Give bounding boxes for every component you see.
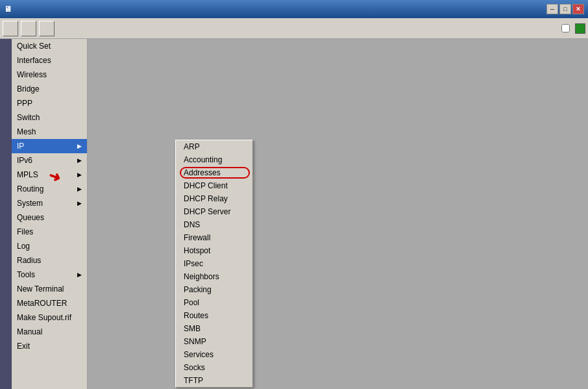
dropdown-item-smb[interactable]: SMB	[176, 322, 252, 335]
maximize-button[interactable]: □	[559, 4, 571, 14]
submenu-arrow-icon: ▶	[77, 143, 82, 149]
dropdown-item-dhcp-relay[interactable]: DHCP Relay	[176, 192, 252, 205]
sidebar-item-tools[interactable]: Tools▶	[12, 268, 87, 282]
submenu-arrow-icon: ▶	[77, 271, 82, 278]
dropdown-item-snmp[interactable]: SNMP	[176, 335, 252, 348]
sidebar-item-label: Bridge	[17, 84, 40, 94]
sidebar-item-metarouter[interactable]: MetaROUTER	[12, 296, 87, 310]
dropdown-item-addresses[interactable]: Addresses	[176, 166, 252, 179]
sidebar-item-label: Quick Set	[17, 42, 51, 51]
dropdown-item-label: Routes	[184, 311, 208, 320]
sidebar-item-label: Radius	[17, 256, 41, 265]
sidebar-item-switch[interactable]: Switch	[12, 110, 87, 125]
sidebar-item-manual[interactable]: Manual	[12, 325, 87, 339]
sidebar-item-make-supout.rif[interactable]: Make Supout.rif	[12, 310, 87, 325]
dropdown-item-arp[interactable]: ARP	[176, 140, 252, 153]
dropdown-item-hotspot[interactable]: Hotspot	[176, 244, 252, 257]
hide-passwords-checkbox[interactable]	[561, 24, 570, 32]
sidebar-item-queues[interactable]: Queues	[12, 210, 87, 225]
minimize-button[interactable]: ─	[546, 4, 558, 14]
sidebar-item-exit[interactable]: Exit	[12, 339, 87, 353]
forward-button[interactable]	[21, 21, 36, 36]
sidebar-items: Quick SetInterfacesWirelessBridgePPPSwit…	[12, 39, 87, 353]
sidebar-item-label: Manual	[17, 327, 42, 336]
dropdown-item-label: Services	[184, 350, 214, 359]
dropdown-item-label: TFTP	[184, 376, 203, 385]
sidebar-item-label: PPP	[17, 99, 32, 108]
sidebar-item-interfaces[interactable]: Interfaces	[12, 53, 87, 68]
sidebar-item-mesh[interactable]: Mesh	[12, 125, 87, 139]
sidebar-item-ppp[interactable]: PPP	[12, 96, 87, 110]
safe-mode-button[interactable]	[39, 21, 55, 36]
sidebar-item-system[interactable]: System▶	[12, 196, 87, 210]
dropdown-item-neighbors[interactable]: Neighbors	[176, 270, 252, 283]
submenu-arrow-icon: ▶	[77, 186, 82, 192]
dropdown-item-dhcp-client[interactable]: DHCP Client	[176, 179, 252, 192]
dropdown-item-label: Firewall	[184, 233, 210, 242]
dropdown-item-label: DHCP Server	[184, 207, 230, 216]
sidebar-item-label: IPv6	[17, 156, 32, 165]
dropdown-item-label: SMB	[184, 324, 201, 333]
close-button[interactable]: ✕	[572, 4, 584, 14]
dropdown-item-label: DNS	[184, 220, 200, 229]
dropdown-item-routes[interactable]: Routes	[176, 309, 252, 322]
dropdown-item-pool[interactable]: Pool	[176, 296, 252, 309]
dropdown-item-dns[interactable]: DNS	[176, 218, 252, 231]
dropdown-item-label: DHCP Client	[184, 181, 228, 190]
content-area: ARPAccountingAddressesDHCP ClientDHCP Re…	[88, 39, 588, 389]
sidebar-item-label: MetaROUTER	[17, 299, 67, 308]
hide-passwords-area	[561, 23, 585, 34]
dropdown-item-label: ARP	[184, 142, 200, 151]
submenu-arrow-icon: ▶	[77, 157, 82, 164]
sidebar-item-label: Exit	[17, 342, 30, 351]
dropdown-item-label: Accounting	[184, 155, 222, 164]
sidebar-item-radius[interactable]: Radius	[12, 253, 87, 268]
dropdown-item-firewall[interactable]: Firewall	[176, 231, 252, 244]
sidebar-item-label: Wireless	[17, 70, 47, 79]
app-icon: 🖥	[4, 5, 12, 14]
sidebar-item-label: Switch	[17, 113, 40, 122]
dropdown-item-services[interactable]: Services	[176, 348, 252, 361]
lock-icon	[575, 23, 585, 34]
dropdown-item-label: Neighbors	[184, 272, 219, 281]
sidebar-item-label: Queues	[17, 213, 44, 222]
sidebar-item-ip[interactable]: IP▶	[12, 139, 87, 153]
sidebar-item-label: New Terminal	[17, 284, 64, 294]
dropdown-item-dhcp-server[interactable]: DHCP Server	[176, 205, 252, 218]
ip-dropdown-menu: ARPAccountingAddressesDHCP ClientDHCP Re…	[175, 140, 253, 388]
sidebar: Quick SetInterfacesWirelessBridgePPPSwit…	[0, 39, 88, 389]
sidebar-item-label: Make Supout.rif	[17, 313, 71, 322]
sidebar-item-label: Interfaces	[17, 56, 51, 65]
back-button[interactable]	[3, 21, 18, 36]
sidebar-item-label: Files	[17, 227, 33, 236]
sidebar-item-label: Routing	[17, 184, 43, 194]
sidebar-item-files[interactable]: Files	[12, 225, 87, 239]
dropdown-item-label: SNMP	[184, 337, 206, 346]
dropdown-item-socks[interactable]: Socks	[176, 361, 252, 374]
submenu-arrow-icon: ▶	[77, 171, 82, 178]
sidebar-item-label: IP	[17, 142, 24, 151]
sidebar-item-ipv6[interactable]: IPv6▶	[12, 153, 87, 168]
sidebar-item-label: System	[17, 199, 43, 208]
main-area: Quick SetInterfacesWirelessBridgePPPSwit…	[0, 39, 588, 389]
dropdown-item-tftp[interactable]: TFTP	[176, 374, 252, 387]
submenu-arrow-icon: ▶	[77, 200, 82, 207]
sidebar-vertical-label	[0, 39, 12, 389]
sidebar-item-quick-set[interactable]: Quick Set	[12, 39, 87, 53]
window-controls: ─ □ ✕	[546, 4, 584, 14]
dropdown-item-packing[interactable]: Packing	[176, 283, 252, 296]
dropdown-item-ipsec[interactable]: IPsec	[176, 257, 252, 270]
dropdown-item-accounting[interactable]: Accounting	[176, 153, 252, 166]
dropdown-item-label: Pool	[184, 298, 199, 307]
sidebar-item-bridge[interactable]: Bridge	[12, 82, 87, 96]
sidebar-item-new-terminal[interactable]: New Terminal	[12, 282, 87, 296]
sidebar-item-label: Log	[17, 242, 30, 251]
dropdown-item-label: DHCP Relay	[184, 194, 228, 203]
sidebar-item-log[interactable]: Log	[12, 239, 87, 253]
title-bar: 🖥 ─ □ ✕	[0, 0, 588, 18]
toolbar	[0, 18, 588, 39]
sidebar-item-label: Mesh	[17, 127, 36, 136]
dropdown-item-label: IPsec	[184, 259, 203, 268]
sidebar-item-wireless[interactable]: Wireless	[12, 68, 87, 82]
dropdown-item-label: Hotspot	[184, 246, 210, 255]
